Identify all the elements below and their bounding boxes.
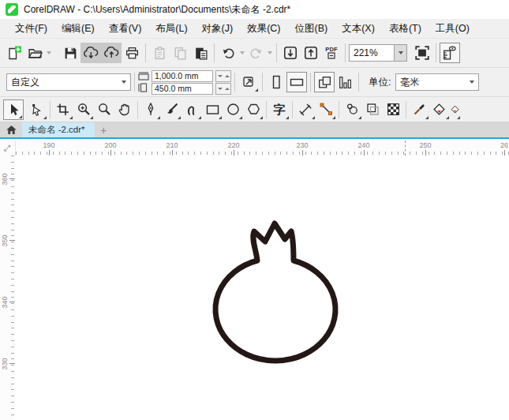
new-document-button[interactable] bbox=[4, 43, 24, 63]
rectangle-tool[interactable] bbox=[202, 99, 223, 120]
paintbrush-icon bbox=[164, 102, 179, 117]
undo-dropdown[interactable] bbox=[238, 43, 245, 62]
zoom-in-tool[interactable] bbox=[73, 99, 94, 120]
horizontal-ruler[interactable]: 190 200 210 220 230 240 250 26 bbox=[16, 141, 509, 156]
eyedropper-icon bbox=[412, 102, 427, 117]
page-preset-dropdown[interactable] bbox=[118, 74, 130, 90]
v-ruler-label: 350 bbox=[1, 232, 9, 249]
portrait-orientation-button[interactable] bbox=[266, 72, 286, 92]
units-dropdown[interactable] bbox=[466, 74, 478, 90]
connector-icon bbox=[319, 102, 334, 117]
menu-file[interactable]: 文件(F) bbox=[8, 20, 54, 38]
autofit-page-icon bbox=[241, 75, 256, 89]
home-tab[interactable] bbox=[0, 122, 22, 137]
menu-tools[interactable]: 工具(O) bbox=[429, 20, 477, 38]
magnifier-icon bbox=[97, 102, 112, 117]
h-ruler-label: 26 bbox=[496, 141, 509, 149]
connector-tool[interactable] bbox=[316, 99, 336, 120]
separator bbox=[345, 43, 346, 62]
landscape-orientation-button[interactable] bbox=[286, 72, 307, 92]
menu-edit[interactable]: 编辑(E) bbox=[54, 20, 102, 38]
ruler-origin-icon bbox=[2, 143, 13, 153]
polygon-tool[interactable] bbox=[243, 99, 264, 120]
h-ruler-label: 200 bbox=[102, 141, 119, 149]
shadow-tool[interactable] bbox=[342, 99, 362, 120]
vertical-ruler[interactable]: 360 350 340 330 bbox=[0, 156, 15, 420]
pick-tool[interactable] bbox=[3, 99, 24, 120]
page-width-field[interactable]: 1,000.0 mm bbox=[152, 70, 213, 82]
show-rulers-toggle[interactable] bbox=[440, 43, 460, 63]
open-button[interactable] bbox=[24, 43, 45, 63]
zoom-level-combo[interactable]: 221% bbox=[349, 44, 407, 62]
portrait-icon bbox=[269, 74, 283, 90]
ellipse-tool[interactable] bbox=[223, 99, 243, 120]
ruler-origin[interactable] bbox=[0, 141, 16, 156]
units-value[interactable]: 毫米 bbox=[396, 76, 466, 89]
page-height-field[interactable]: 450.0 mm bbox=[152, 83, 213, 95]
eyedropper-tool[interactable] bbox=[409, 99, 429, 120]
page-width-spinner[interactable] bbox=[215, 70, 231, 82]
zoom-level-value[interactable]: 221% bbox=[350, 47, 394, 58]
current-page-size-button[interactable] bbox=[335, 72, 355, 92]
print-button[interactable] bbox=[122, 43, 142, 63]
menu-layout[interactable]: 布局(L) bbox=[148, 20, 194, 38]
page-preset-value[interactable]: 自定义 bbox=[7, 76, 118, 89]
pen-tool[interactable] bbox=[140, 99, 161, 120]
artistic-media-tool[interactable] bbox=[161, 99, 182, 120]
separator bbox=[134, 73, 135, 92]
hand-icon bbox=[117, 102, 133, 118]
autofit-page-button[interactable] bbox=[238, 72, 259, 92]
page-size-group: 1,000.0 mm 450.0 mm bbox=[138, 70, 231, 95]
save-button[interactable] bbox=[60, 43, 80, 63]
pick-arrow-icon bbox=[6, 103, 21, 117]
new-document-tab-button[interactable]: + bbox=[95, 122, 112, 137]
zoom-tool[interactable] bbox=[94, 99, 114, 120]
text-tool-glyph: 字 bbox=[274, 103, 286, 115]
pattern-fill-tool[interactable] bbox=[383, 99, 403, 120]
publish-to-pdf-button[interactable]: PDF bbox=[321, 43, 342, 63]
import-button[interactable] bbox=[280, 43, 301, 63]
separator bbox=[50, 101, 51, 118]
all-pages-same-size-button[interactable] bbox=[314, 72, 335, 92]
menu-view[interactable]: 查看(V) bbox=[102, 20, 149, 38]
dimension-line-icon bbox=[298, 103, 313, 117]
save-icon bbox=[63, 46, 78, 61]
interactive-fill-tool[interactable] bbox=[429, 99, 450, 120]
menu-bitmaps[interactable]: 位图(B) bbox=[288, 20, 335, 38]
crop-tool[interactable] bbox=[53, 99, 73, 120]
shadow-circles-icon bbox=[345, 102, 360, 117]
page-height-spinner[interactable] bbox=[215, 83, 231, 95]
pan-tool[interactable] bbox=[114, 99, 135, 120]
units-combo[interactable]: 毫米 bbox=[395, 73, 479, 91]
cloud-upload-button[interactable] bbox=[101, 43, 122, 63]
page-preset-combo[interactable]: 自定义 bbox=[6, 73, 131, 91]
dimension-tool[interactable] bbox=[295, 99, 316, 120]
undo-button[interactable] bbox=[218, 43, 238, 63]
open-dropdown[interactable] bbox=[45, 43, 52, 62]
v-ruler-label: 360 bbox=[1, 171, 9, 188]
standard-toolbar: PDF 221% bbox=[0, 38, 509, 67]
zoom-level-dropdown[interactable] bbox=[394, 45, 406, 61]
transparency-tool[interactable] bbox=[362, 99, 383, 120]
smart-fill-tool[interactable] bbox=[450, 99, 461, 120]
text-tool[interactable]: 字 bbox=[269, 99, 290, 120]
fullscreen-preview-button[interactable] bbox=[412, 43, 432, 63]
menu-object[interactable]: 对象(J) bbox=[195, 20, 241, 38]
pomegranate-drawing[interactable] bbox=[15, 156, 509, 420]
menu-text[interactable]: 文本(X) bbox=[335, 20, 382, 38]
page-height-icon bbox=[138, 83, 149, 92]
menu-bar: 文件(F) 编辑(E) 查看(V) 布局(L) 对象(J) 效果(C) 位图(B… bbox=[0, 19, 509, 38]
bspline-tool[interactable] bbox=[182, 99, 202, 120]
cloud-download-button[interactable] bbox=[80, 43, 101, 63]
drawing-canvas[interactable] bbox=[15, 156, 509, 420]
menu-effects[interactable]: 效果(C) bbox=[240, 20, 287, 38]
export-button[interactable] bbox=[301, 43, 321, 63]
h-ruler-label: 220 bbox=[225, 141, 242, 149]
paste-button[interactable] bbox=[190, 43, 211, 63]
v-ruler-label: 330 bbox=[1, 355, 9, 373]
shape-tool[interactable] bbox=[27, 99, 47, 120]
curve-icon bbox=[185, 103, 199, 117]
menu-table[interactable]: 表格(T) bbox=[382, 20, 429, 38]
document-tab-active[interactable]: 未命名 -2.cdr* bbox=[22, 122, 95, 137]
all-pages-icon bbox=[317, 75, 332, 90]
